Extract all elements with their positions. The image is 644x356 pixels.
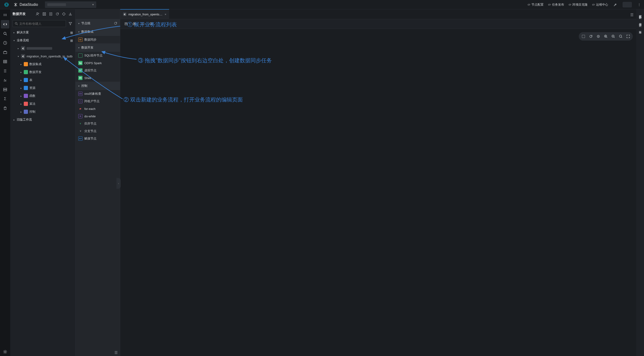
rail-fx-icon[interactable]: fx	[1, 76, 9, 84]
new-file-icon[interactable]	[48, 12, 53, 17]
refresh-icon[interactable]	[114, 22, 117, 25]
refresh-icon[interactable]	[588, 33, 594, 40]
rail-clock-icon[interactable]	[1, 39, 9, 47]
tree-child[interactable]: ▸ 数据集成	[10, 60, 75, 68]
folder-icon	[24, 86, 28, 90]
right-rail: 流程参数 操作历史 版本	[636, 9, 644, 356]
workflow-canvas[interactable]: ① 展开业务流程列表 ③ 拖拽"数据同步"按钮到右边空白处，创建数据同步任务 ②…	[120, 29, 636, 356]
top-link-ops-center[interactable]: 运维中心	[592, 3, 608, 7]
fullscreen-icon[interactable]	[625, 33, 632, 40]
tree-child[interactable]: ▸ 表	[10, 76, 75, 84]
tree-child[interactable]: ▸ 函数	[10, 92, 75, 100]
top-link-label: 跨项目克隆	[572, 3, 588, 7]
rail-search-icon[interactable]	[1, 29, 9, 38]
tree-child[interactable]: ▸ 算法	[10, 100, 75, 108]
rail-briefcase-icon[interactable]	[1, 48, 9, 57]
project-dropdown[interactable]: ▾	[45, 2, 96, 8]
workflow-item-redacted[interactable]: ▸ ⑆	[10, 44, 75, 52]
palette-item[interactable]: N do-while	[76, 112, 120, 120]
palette-item-data-sync[interactable]: Di 数据同步	[76, 36, 120, 43]
item-label: Shell	[84, 76, 91, 80]
palette-item[interactable]: ⬚ 跨租户节点	[76, 98, 120, 105]
grid-icon[interactable]: ▦	[70, 39, 73, 42]
panel-collapse-handle[interactable]: ‹	[116, 178, 121, 189]
rail-sigma-icon[interactable]: Σ	[1, 95, 9, 103]
tree-child[interactable]: ▸ 资源	[10, 84, 75, 92]
caret-right-icon: ▸	[20, 71, 22, 74]
chevron-down-icon: ▾	[78, 22, 80, 25]
editor-toolbar	[120, 19, 636, 29]
grid-icon[interactable]: ▦	[70, 31, 73, 34]
hamburger-icon[interactable]: ☰	[628, 11, 636, 19]
palette-group-ctrl[interactable]: ▾ 控制	[76, 82, 120, 90]
annotation-2: ② 双击新建的业务流程，打开业务流程的编辑页面	[124, 96, 243, 103]
search-canvas-icon[interactable]	[618, 33, 624, 40]
palette-item[interactable]: A= 赋值节点	[76, 135, 120, 142]
caret-right-icon: ▸	[20, 87, 22, 89]
top-link-node-config[interactable]: 节点配置	[527, 3, 544, 7]
palette-item[interactable]: ⑂ 分支节点	[76, 127, 120, 135]
more-icon[interactable]: ⋮	[636, 2, 642, 8]
right-rail-params[interactable]: 流程参数	[638, 13, 642, 15]
import-icon[interactable]	[68, 12, 73, 17]
palette-footer-icon[interactable]: ☰	[76, 349, 120, 356]
workflow-item-open[interactable]: ▾ ⑆ migration_from_opentsdb_to_tsdb	[10, 52, 75, 60]
section-workflows[interactable]: ▾ 业务流程 ▦	[10, 36, 75, 44]
node-type-icon: N	[78, 114, 82, 118]
top-link-label: 节点配置	[532, 3, 544, 7]
top-link-task-publish[interactable]: 任务发布	[548, 3, 564, 7]
item-label: 赋值节点	[84, 136, 96, 141]
caret-right-icon: ▸	[17, 47, 20, 50]
search-box[interactable]	[12, 20, 66, 27]
select-icon[interactable]	[580, 33, 587, 40]
user-avatar[interactable]	[622, 2, 632, 8]
rail-code-icon[interactable]	[1, 20, 9, 29]
user-add-icon[interactable]	[35, 12, 40, 17]
section-legacy[interactable]: ▸ 旧版工作流	[10, 116, 75, 124]
zoom-in-icon[interactable]	[602, 33, 609, 40]
tree-child[interactable]: ▸ 控制	[10, 108, 75, 116]
palette-item[interactable]: SQL组件节点	[76, 52, 120, 59]
caret-down-icon: ▾	[12, 39, 16, 42]
close-icon[interactable]: ×	[164, 13, 166, 16]
zoom-fit-icon[interactable]	[595, 33, 602, 40]
top-link-cross-clone[interactable]: 跨项目克隆	[568, 3, 588, 7]
refresh-icon[interactable]	[55, 12, 60, 17]
filter-icon[interactable]	[68, 21, 73, 26]
rail-list-icon[interactable]	[1, 67, 9, 75]
svg-point-23	[619, 35, 622, 37]
rail-settings-icon[interactable]	[1, 347, 9, 356]
save-icon[interactable]	[42, 12, 47, 17]
palette-group-di[interactable]: ▾ 数据集成	[76, 28, 120, 36]
palette-item[interactable]: Y 归并节点	[76, 120, 120, 127]
tree-child[interactable]: ▸ 数据开发	[10, 68, 75, 76]
link-icon	[548, 3, 551, 6]
chevron-down-icon: ▾	[92, 3, 94, 6]
palette-item[interactable]: Ch oss对象检查	[76, 90, 120, 98]
svg-point-20	[598, 36, 598, 37]
palette-group-nodegroup[interactable]: ▾ 节点组	[76, 19, 120, 28]
editor-tab-active[interactable]: ⑆ migration_from_opentsdb... ×	[120, 9, 169, 19]
right-rail-history[interactable]: 操作历史	[638, 21, 642, 22]
zoom-out-icon[interactable]	[610, 33, 616, 40]
right-rail-version[interactable]: 版本	[638, 29, 642, 29]
link-icon	[592, 3, 595, 6]
rail-table-icon[interactable]	[1, 57, 9, 66]
svg-rect-6	[4, 90, 7, 91]
svg-point-12	[15, 22, 17, 24]
rail-menu-icon[interactable]	[1, 11, 9, 19]
rail-trash-icon[interactable]	[1, 104, 9, 112]
palette-item[interactable]: ⇄ for-each	[76, 105, 120, 112]
brand: DataStudio	[11, 3, 40, 7]
link-icon	[568, 3, 572, 6]
search-input[interactable]	[19, 22, 64, 26]
palette-item[interactable]: Sh Shell	[76, 74, 120, 82]
wrench-icon[interactable]	[612, 2, 618, 8]
rail-server-icon[interactable]	[1, 85, 9, 94]
brand-icon	[14, 3, 18, 7]
palette-item[interactable]: Sp ODPS Spark	[76, 59, 120, 67]
palette-group-dev[interactable]: ▾ 数据开发	[76, 43, 120, 52]
section-solutions[interactable]: ▸ 解决方案 ▦	[10, 29, 75, 36]
locate-icon[interactable]	[61, 12, 66, 17]
palette-item[interactable]: Vi 虚拟节点	[76, 67, 120, 74]
